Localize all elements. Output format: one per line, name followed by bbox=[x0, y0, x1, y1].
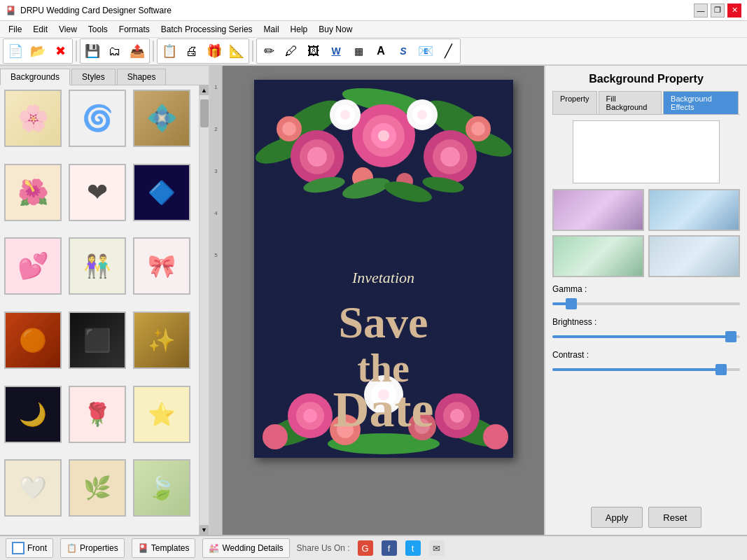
close-doc-button[interactable]: ✖ bbox=[49, 40, 71, 62]
thumb-gold[interactable]: ✨ bbox=[133, 312, 190, 369]
tab-styles[interactable]: Styles bbox=[71, 69, 116, 85]
effect-green[interactable] bbox=[552, 235, 644, 277]
pen-button[interactable]: 🖊 bbox=[280, 40, 302, 62]
export-button[interactable]: 📤 bbox=[126, 40, 148, 62]
effect-thumbnails bbox=[552, 189, 740, 277]
panel-title: Background Property bbox=[552, 73, 740, 85]
menu-mail[interactable]: Mail bbox=[258, 23, 285, 36]
front-button[interactable]: Front bbox=[6, 538, 53, 558]
left-scrollbar[interactable]: ▲ ▼ bbox=[199, 85, 209, 535]
thumb-orange[interactable]: 🟠 bbox=[4, 312, 62, 369]
share-twitter-icon[interactable]: t bbox=[405, 540, 421, 556]
app-title: DRPU Wedding Card Designer Software bbox=[20, 6, 172, 15]
scroll-up-arrow[interactable]: ▲ bbox=[200, 85, 209, 95]
front-icon bbox=[12, 542, 25, 554]
thumb-couple[interactable]: 👫 bbox=[69, 237, 126, 295]
stamp-button[interactable]: S bbox=[392, 40, 414, 62]
thumb-black[interactable]: ⬛ bbox=[69, 312, 126, 369]
save-alt-button[interactable]: 🗂 bbox=[104, 40, 126, 62]
menu-edit[interactable]: Edit bbox=[27, 23, 53, 36]
ruler-mark-4: 4 bbox=[210, 209, 222, 251]
thumb-floral[interactable]: 🌸 bbox=[4, 90, 62, 147]
email-button[interactable]: 📧 bbox=[414, 40, 437, 62]
thumb-dark[interactable]: 🌙 bbox=[4, 386, 62, 443]
share-google-icon[interactable]: G bbox=[358, 540, 373, 556]
new-button[interactable]: 📄 bbox=[4, 40, 27, 62]
text-button[interactable]: A bbox=[370, 40, 392, 62]
svg-point-21 bbox=[417, 110, 427, 120]
tab-fill-background[interactable]: Fill Background bbox=[599, 91, 662, 114]
tab-background-effects[interactable]: Background Effects bbox=[663, 91, 739, 114]
gamma-section: Gamma : bbox=[552, 284, 740, 312]
title-bar-left: 🎴 DRPU Wedding Card Designer Software bbox=[6, 6, 172, 15]
properties-button[interactable]: 📋 Properties bbox=[60, 538, 125, 558]
print-preview-button[interactable]: 📋 bbox=[158, 40, 181, 62]
svg-point-50 bbox=[483, 424, 508, 449]
card-invitation-text: Invetation bbox=[352, 269, 414, 287]
menu-view[interactable]: View bbox=[53, 23, 83, 36]
menu-formats[interactable]: Formats bbox=[113, 23, 155, 36]
thumb-fancy[interactable]: 🎀 bbox=[133, 237, 190, 295]
tab-shapes[interactable]: Shapes bbox=[117, 69, 167, 85]
titlebar-controls: — ❐ ✕ bbox=[694, 4, 741, 18]
effect-gray[interactable] bbox=[648, 235, 740, 277]
main-area: Backgrounds Styles Shapes 🌸 🌀 💠 🌺 bbox=[0, 66, 747, 535]
templates-label: Templates bbox=[151, 543, 190, 553]
menu-tools[interactable]: Tools bbox=[83, 23, 113, 36]
templates-button[interactable]: 🎴 Templates bbox=[132, 538, 196, 558]
close-button[interactable]: ✕ bbox=[727, 4, 741, 18]
minimize-button[interactable]: — bbox=[694, 4, 708, 18]
line-button[interactable]: ╱ bbox=[437, 40, 459, 62]
thumb-moon[interactable]: ⭐ bbox=[133, 386, 190, 443]
card-date-text: Date bbox=[333, 381, 434, 439]
action-buttons: Apply Reset bbox=[552, 507, 740, 528]
reset-button[interactable]: Reset bbox=[648, 507, 701, 528]
menu-buynow[interactable]: Buy Now bbox=[313, 23, 358, 36]
align-button[interactable]: 📐 bbox=[225, 40, 248, 62]
separator-1 bbox=[76, 41, 77, 62]
toolbar-group-file: 📄 📂 ✖ bbox=[3, 38, 73, 64]
print-button[interactable]: 🖨 bbox=[181, 40, 203, 62]
svg-point-25 bbox=[471, 122, 485, 136]
menu-file[interactable]: File bbox=[3, 23, 27, 36]
thumb-ornate[interactable]: 🔷 bbox=[133, 164, 190, 221]
menu-help[interactable]: Help bbox=[285, 23, 314, 36]
gamma-label: Gamma : bbox=[552, 284, 740, 294]
apply-button[interactable]: Apply bbox=[591, 507, 643, 528]
flower-svg-top bbox=[254, 80, 513, 220]
effect-blue[interactable] bbox=[648, 189, 740, 231]
templates-icon: 🎴 bbox=[138, 543, 148, 553]
thumb-paisley[interactable]: 🌀 bbox=[69, 90, 126, 147]
card-canvas[interactable]: Invetation Save the Date bbox=[254, 80, 513, 458]
thumb-cream[interactable]: 🌿 bbox=[69, 459, 126, 517]
thumb-hearts2[interactable]: 💕 bbox=[4, 237, 62, 295]
thumb-beige[interactable]: 🤍 bbox=[4, 459, 62, 517]
effect-purple[interactable] bbox=[552, 189, 644, 231]
share-email-icon[interactable]: ✉ bbox=[429, 540, 445, 556]
brightness-section: Brightness : bbox=[552, 317, 740, 344]
pencil-button[interactable]: ✏ bbox=[258, 40, 280, 62]
tab-property[interactable]: Property bbox=[552, 91, 597, 114]
thumb-hearts[interactable]: ❤ bbox=[69, 164, 126, 221]
thumb-lace[interactable]: 🍃 bbox=[133, 459, 190, 517]
thumb-rose[interactable]: 🌹 bbox=[69, 386, 126, 443]
thumb-flowers2[interactable]: 🌺 bbox=[4, 164, 62, 221]
barcode-button[interactable]: ▦ bbox=[347, 40, 370, 62]
separator-2 bbox=[153, 41, 154, 62]
image-button[interactable]: 🖼 bbox=[302, 40, 325, 62]
share-facebook-icon[interactable]: f bbox=[382, 540, 397, 556]
status-bar: Front 📋 Properties 🎴 Templates 💒 Wedding… bbox=[0, 535, 747, 560]
wedding-details-button[interactable]: 💒 Wedding Details bbox=[202, 538, 289, 558]
maximize-button[interactable]: ❐ bbox=[711, 4, 725, 18]
tab-backgrounds[interactable]: Backgrounds bbox=[0, 69, 70, 85]
scroll-thumb[interactable] bbox=[200, 99, 209, 127]
properties-icon: 📋 bbox=[67, 543, 77, 553]
open-button[interactable]: 📂 bbox=[27, 40, 49, 62]
word-button[interactable]: W bbox=[325, 40, 347, 62]
thumb-diamond[interactable]: 💠 bbox=[133, 90, 190, 147]
gift-button[interactable]: 🎁 bbox=[203, 40, 225, 62]
save-button[interactable]: 💾 bbox=[81, 40, 104, 62]
scroll-down-arrow[interactable]: ▼ bbox=[200, 525, 209, 535]
menu-batch[interactable]: Batch Processing Series bbox=[155, 23, 258, 36]
ruler-mark-2: 2 bbox=[210, 125, 222, 167]
